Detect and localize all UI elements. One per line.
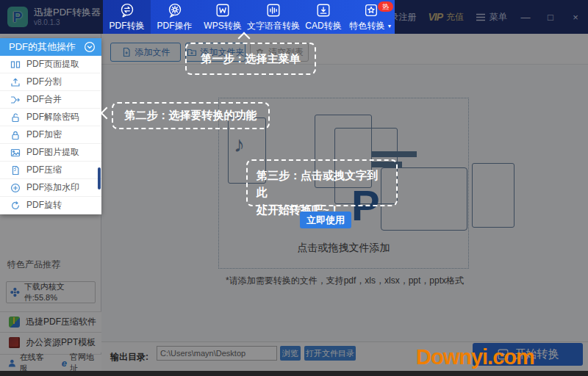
tab-pdf-operate[interactable]: PDF操作 <box>151 0 198 34</box>
tutorial-step3-tooltip: 第三步：点击或拽文字到此 处开始转换吧~！ <box>246 159 398 206</box>
tab-cad-convert[interactable]: CAD转换 <box>300 0 347 34</box>
sidebar-item-remove-password[interactable]: PDF解除密码 <box>0 109 101 126</box>
lock-icon <box>10 130 21 140</box>
unlock-icon <box>10 112 21 123</box>
image-icon <box>10 148 21 158</box>
compress-icon <box>10 165 21 176</box>
add-circle-icon <box>10 183 21 193</box>
wps-convert-icon <box>215 2 231 18</box>
special-convert-icon <box>363 2 379 18</box>
tab-text-voice-convert[interactable]: 文字语音转换 <box>247 0 300 34</box>
panel-header[interactable]: PDF的其他操作 <box>0 38 101 56</box>
sidebar-item-rotate[interactable]: PDF旋转 <box>0 197 101 214</box>
sidebar-item-watermark[interactable]: PDF添加水印 <box>0 179 101 197</box>
cad-convert-icon <box>315 2 331 18</box>
pdf-operations-panel: PDF的其他操作 PDF页面提取 PDF分割 PDF合并 PDF解除密码 PDF… <box>0 38 101 214</box>
sidebar-item-split[interactable]: PDF分割 <box>0 73 101 91</box>
pages-icon <box>10 59 21 70</box>
sidebar-item-page-extract[interactable]: PDF页面提取 <box>0 56 101 73</box>
tab-special-convert[interactable]: 热 特色转换▼ <box>347 0 395 34</box>
tab-pdf-convert[interactable]: PDF转换 <box>103 0 151 34</box>
rotate-icon <box>10 200 21 211</box>
sidebar-item-merge[interactable]: PDF合并 <box>0 91 101 109</box>
main-menu-tabs: PDF转换 PDF操作 WPS转换 文字语音转换 <box>103 0 395 34</box>
downyi-watermark: Downyi.com <box>416 345 534 369</box>
voice-convert-icon <box>265 2 282 18</box>
chevron-down-icon: ▼ <box>387 24 392 29</box>
use-now-button[interactable]: 立即使用 <box>300 212 351 228</box>
collapse-circle-icon[interactable] <box>84 41 96 53</box>
hot-badge: 热 <box>378 1 393 12</box>
split-icon <box>10 77 21 87</box>
tutorial-step2-tooltip: 第二步：选择要转换的功能 <box>112 102 270 129</box>
merge-icon <box>10 95 21 105</box>
tutorial-step1-tooltip: 第一步：选择主菜单 <box>185 43 316 75</box>
tab-wps-convert[interactable]: WPS转换 <box>198 0 247 34</box>
pdf-convert-icon <box>119 2 135 18</box>
sidebar-item-encrypt[interactable]: PDF加密 <box>0 126 101 144</box>
app-window: P 迅捷PDF转换器 v8.0.1.3 登录注册 VIP 充值 菜单 — □ <box>0 0 588 376</box>
sidebar-scrollbar-thumb[interactable] <box>98 167 101 189</box>
sidebar-item-image-extract[interactable]: PDF图片提取 <box>0 144 101 162</box>
pdf-operate-icon <box>167 2 183 18</box>
sidebar-item-compress[interactable]: PDF压缩 <box>0 162 101 179</box>
